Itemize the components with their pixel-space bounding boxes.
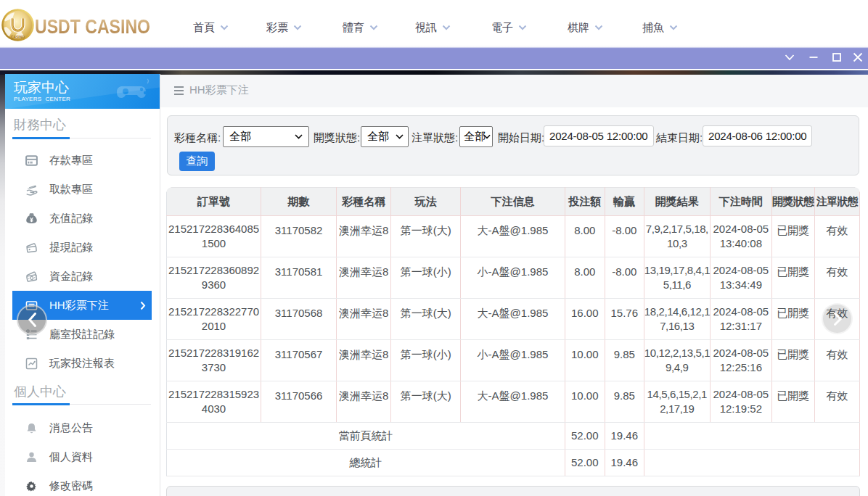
svg-text:CASINO: CASINO (11, 35, 25, 39)
